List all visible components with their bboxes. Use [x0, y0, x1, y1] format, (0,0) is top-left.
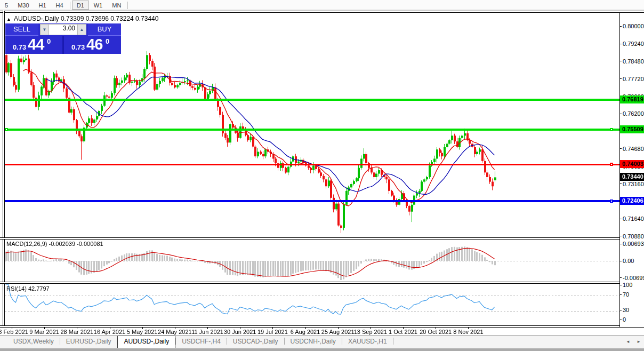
- hline-support-blue[interactable]: [5, 200, 619, 202]
- tab-separator: [393, 338, 393, 345]
- price-tick-label: 0.71640: [623, 216, 644, 222]
- chart-tab-bar: USDX,WeeklyEURUSD-,DailyAUDUSD-,DailyUSD…: [0, 336, 644, 348]
- tab-audusd-daily[interactable]: AUDUSD-,Daily: [117, 336, 175, 348]
- date-label: 9 Mar 2021: [29, 329, 59, 335]
- tab-usdcad-daily[interactable]: USDCAD-,Daily: [227, 336, 284, 348]
- buy-price-prefix: 0.73: [71, 43, 85, 51]
- volume-increase-button[interactable]: ▲: [77, 24, 86, 35]
- price-tick-label: 0.73160: [623, 181, 644, 187]
- date-label: 18 Feb 2021: [0, 329, 28, 335]
- rsi-tick-label: 100: [623, 282, 632, 288]
- hline-handle-support-blue[interactable]: [610, 200, 613, 203]
- macd-tick-label: -0.006991: [623, 275, 644, 281]
- date-label: 30 Jun 2021: [224, 329, 256, 335]
- main-macd-divider[interactable]: [0, 237, 644, 240]
- date-axis[interactable]: 18 Feb 20219 Mar 202128 Mar 202116 Apr 2…: [0, 328, 644, 336]
- hline-resistance-1[interactable]: [5, 99, 619, 101]
- macd-tick-mark: [620, 261, 622, 261]
- rsi-tick-mark: [620, 320, 622, 320]
- timeframe-button-h4[interactable]: H4: [51, 1, 68, 10]
- price-tick-mark: [620, 26, 622, 27]
- buy-button[interactable]: BUY: [88, 23, 121, 36]
- macd-tick-mark: [620, 277, 622, 278]
- timeframe-button-5[interactable]: 5: [0, 1, 13, 10]
- price-tick-label: 0.77720: [623, 76, 644, 82]
- price-tick-mark: [620, 78, 622, 79]
- hline-handle-pivot-red[interactable]: [610, 163, 613, 166]
- rsi-tick-label: 30: [623, 307, 629, 313]
- tab-scroll-right-icon[interactable]: ▸: [635, 338, 642, 345]
- price-tick-label: 0.78480: [623, 58, 644, 65]
- timeframe-toolbar: 5M30H1H4D1W1MN: [0, 0, 644, 10]
- price-tick-mark: [620, 184, 622, 184]
- rsi-tick-mark: [620, 310, 622, 310]
- macd-rsi-divider[interactable]: [0, 282, 644, 284]
- date-label: 1 Oct 2021: [389, 329, 417, 335]
- price-tick-label: 0.74680: [623, 146, 644, 152]
- hline-handle-left-resistance-2[interactable]: [5, 128, 8, 131]
- price-tick-mark: [620, 236, 622, 236]
- toolbar-separator: [127, 2, 128, 9]
- timeframe-button-m30[interactable]: M30: [13, 1, 34, 10]
- tab-usdx-weekly[interactable]: USDX,Weekly: [7, 336, 60, 348]
- date-label: 13 Sep 2021: [354, 329, 387, 335]
- macd-tick-label: 0.006936: [623, 241, 644, 247]
- sell-price-display[interactable]: 0.73 44 0: [5, 36, 62, 54]
- price-tick-mark: [620, 219, 622, 219]
- timeframe-button-d1[interactable]: D1: [72, 1, 89, 10]
- tab-xauusd-h1[interactable]: XAUUSD-,H1: [342, 336, 393, 348]
- date-label: 28 Mar 2021: [60, 329, 93, 335]
- date-label: 25 Aug 2021: [321, 329, 355, 335]
- date-label: 20 Oct 2021: [420, 329, 452, 335]
- price-tick-mark: [620, 148, 622, 149]
- sell-price-prefix: 0.73: [13, 43, 26, 51]
- hline-resistance-2[interactable]: [5, 129, 619, 131]
- price-badge-resistance-2: 0.75509: [620, 125, 644, 133]
- hline-handle-resistance-2[interactable]: [610, 128, 613, 131]
- price-scale[interactable]: 0.800000.792400.784800.777200.769600.762…: [620, 13, 644, 327]
- tab-scroll-left-icon[interactable]: ◂: [625, 338, 631, 345]
- price-tick-label: 0.76200: [623, 110, 644, 117]
- price-tick-mark: [620, 61, 622, 61]
- timeframe-button-mn[interactable]: MN: [107, 1, 126, 10]
- rsi-indicator-chart[interactable]: [5, 284, 619, 325]
- toolbar-separator: [70, 2, 70, 9]
- date-label: 24 May 2021: [158, 329, 192, 335]
- tab-eurusd-daily[interactable]: EURUSD-,Daily: [60, 336, 117, 348]
- trade-panel-row: SELL ▼ 3.00 ▲ BUY: [5, 23, 121, 36]
- chart-title-text: AUDUSD-,Daily 0.73309 0.73696 0.73224 0.…: [14, 15, 159, 22]
- symbol-triangle-icon: ▲: [6, 17, 11, 22]
- price-tick-mark: [620, 44, 622, 44]
- chart-title: ▲AUDUSD-,Daily 0.73309 0.73696 0.73224 0…: [6, 15, 158, 22]
- timeframe-button-h1[interactable]: H1: [34, 1, 51, 10]
- tab-usdchf-h4[interactable]: USDCHF-,H4: [176, 336, 227, 348]
- date-label: 11 Jun 2021: [191, 329, 223, 335]
- bottom-strip: [0, 348, 644, 351]
- timeframe-button-w1[interactable]: W1: [89, 1, 108, 10]
- current-price-badge: 0.73440: [620, 173, 644, 181]
- volume-decrease-button[interactable]: ▼: [40, 24, 49, 35]
- buy-price-display[interactable]: 0.73 46 0: [64, 36, 121, 54]
- buy-price-sup: 0: [106, 37, 109, 45]
- rsi-tick-label: 0: [623, 316, 626, 323]
- sell-price-sup: 0: [47, 37, 51, 45]
- macd-tick-label: 0.00: [623, 258, 634, 264]
- date-label: 19 Jul 2021: [257, 329, 288, 335]
- rsi-tick-mark: [620, 294, 622, 295]
- hline-pivot-red[interactable]: [5, 164, 619, 165]
- sell-price-big: 44: [28, 36, 44, 53]
- macd-label: MACD(12,26,9) -0.002039 -0.000081: [6, 241, 103, 247]
- date-label: 5 May 2021: [127, 329, 157, 335]
- rsi-label: RSI(14) 42.7797: [6, 285, 50, 292]
- date-label: 8 Nov 2021: [453, 329, 483, 335]
- price-badge-support-blue: 0.72406: [620, 197, 644, 205]
- price-tick-mark: [620, 114, 622, 114]
- volume-input[interactable]: 3.00: [49, 24, 77, 35]
- sell-button[interactable]: SELL: [5, 23, 38, 36]
- mt4-chart-window: 5M30H1H4D1W1MN 0.800000.792400.784800.77…: [0, 0, 644, 351]
- price-badge-resistance-1: 0.76819: [620, 95, 644, 103]
- rsi-tick-mark: [620, 285, 622, 285]
- tab-usdcnh-daily[interactable]: USDCNH-,Daily: [285, 336, 342, 348]
- price-tick-label: 0.80000: [623, 23, 644, 29]
- price-badge-pivot-red: 0.74003: [620, 160, 644, 168]
